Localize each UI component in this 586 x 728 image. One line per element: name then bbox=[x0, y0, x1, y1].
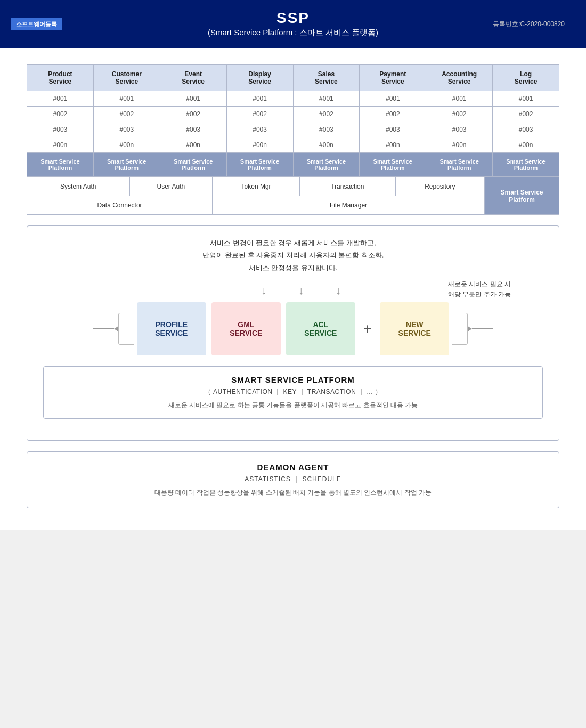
flow-text-line-2: 반영이 완료된 후 사용중지 처리해 사용자의 불편함 최소화, bbox=[43, 249, 543, 261]
right-connector bbox=[452, 313, 493, 345]
left-connector bbox=[93, 313, 134, 345]
service-box-new: NEWSERVICE bbox=[380, 302, 449, 355]
arrow-left-icon bbox=[114, 326, 118, 331]
arrow-right-icon bbox=[468, 326, 472, 331]
page-header: 소프트웨어등록 SSP (Smart Service Platform : 스마… bbox=[0, 0, 586, 47]
platform-row: Smart ServicePlatform Smart ServicePlatf… bbox=[27, 153, 559, 177]
col-customer: CustomerService bbox=[93, 65, 160, 91]
connector-line-left bbox=[93, 328, 114, 329]
service-boxes-row: PROFILESERVICE GMLSERVICE ACLSERVICE + N… bbox=[43, 302, 543, 355]
col-product: ProductService bbox=[27, 65, 94, 91]
platform-title: SMART SERVICE PLATFORM bbox=[54, 375, 532, 384]
deamon-desc: 대용량 데이터 작업은 성능향상을 위해 스케쥴된 배치 기능을 통해 별도의 … bbox=[38, 488, 548, 497]
platform-sub: （ AUTHENTICATION ｜ KEY ｜ TRANSACTION ｜ .… bbox=[54, 387, 532, 397]
service-box-profile: PROFILESERVICE bbox=[137, 302, 206, 355]
col-display: DisplayService bbox=[226, 65, 293, 91]
connector-line-right bbox=[472, 328, 493, 329]
service-box-gml: GMLSERVICE bbox=[211, 302, 281, 355]
service-header-row: ProductService CustomerService EventServ… bbox=[27, 65, 559, 91]
bracket-left bbox=[118, 313, 134, 345]
deamon-title: DEAMON AGENT bbox=[38, 463, 548, 472]
platform-box: SMART SERVICE PLATFORM （ AUTHENTICATION … bbox=[43, 366, 543, 419]
service-box-acl: ACLSERVICE bbox=[286, 302, 355, 355]
architecture-section: ProductService CustomerService EventServ… bbox=[27, 64, 559, 215]
table-row: #001 #001 #001 #001 #001 #001 #001 #001 bbox=[27, 91, 559, 107]
platform-desc: 새로운 서비스에 필요로 하는 공통 기능들을 플랫폼이 제공해 빠르고 효율적… bbox=[54, 401, 532, 410]
flow-inner: 서비스 변경이 필요한 경우 새롭게 서비스를 개발하고, 반영이 완료된 후 … bbox=[43, 237, 543, 419]
title-block: SSP (Smart Service Platform : 스마트 서비스 플랫… bbox=[208, 10, 378, 38]
col-event: EventService bbox=[160, 65, 226, 91]
software-badge: 소프트웨어등록 bbox=[11, 18, 62, 30]
table-row: #002 #002 #002 #002 #002 #002 #002 #002 bbox=[27, 107, 559, 122]
infra-platform: Smart ServicePlatform bbox=[485, 177, 559, 215]
flow-section: 서비스 변경이 필요한 경우 새롭게 서비스를 개발하고, 반영이 완료된 후 … bbox=[27, 225, 559, 441]
main-content: ProductService CustomerService EventServ… bbox=[0, 48, 586, 530]
infra-row-1: System Auth User Auth Token Mgr Transact… bbox=[27, 177, 559, 196]
table-row: #003 #003 #003 #003 #003 #003 #003 #003 bbox=[27, 122, 559, 137]
main-title: SSP bbox=[208, 10, 378, 27]
reg-number: 등록번호:C-2020-000820 bbox=[493, 19, 565, 28]
plus-sign: + bbox=[363, 320, 372, 337]
table-row: #00n #00n #00n #00n #00n #00n #00n #00n bbox=[27, 137, 559, 153]
infra-row-2: Data Connector File Manager bbox=[27, 196, 559, 215]
arrow-2: ↓ bbox=[298, 285, 304, 297]
arrow-1: ↓ bbox=[261, 285, 266, 297]
flow-text-block: 서비스 변경이 필요한 경우 새롭게 서비스를 개발하고, 반영이 완료된 후 … bbox=[43, 237, 543, 274]
infra-table: System Auth User Auth Token Mgr Transact… bbox=[27, 177, 559, 215]
deamon-section: DEAMON AGENT ASTATISTICS ｜ SCHEDULE 대용량 … bbox=[27, 451, 559, 508]
col-accounting: AccountingService bbox=[426, 65, 493, 91]
service-table: ProductService CustomerService EventServ… bbox=[27, 64, 559, 177]
flow-text-line-3: 서비스 안정성을 유지합니다. bbox=[43, 262, 543, 274]
arrow-3: ↓ bbox=[336, 285, 341, 297]
col-payment: PaymentService bbox=[360, 65, 426, 91]
bracket-right bbox=[452, 313, 468, 345]
col-sales: SalesService bbox=[293, 65, 360, 91]
col-log: LogService bbox=[493, 65, 559, 91]
deamon-sub: ASTATISTICS ｜ SCHEDULE bbox=[38, 475, 548, 484]
flow-text-line-1: 서비스 변경이 필요한 경우 새롭게 서비스를 개발하고, bbox=[43, 237, 543, 249]
sub-title: (Smart Service Platform : 스마트 서비스 플랫폼) bbox=[208, 28, 378, 38]
flow-note: 새로운 서비스 필요 시 해당 부분만 추가 가능 bbox=[448, 279, 511, 300]
